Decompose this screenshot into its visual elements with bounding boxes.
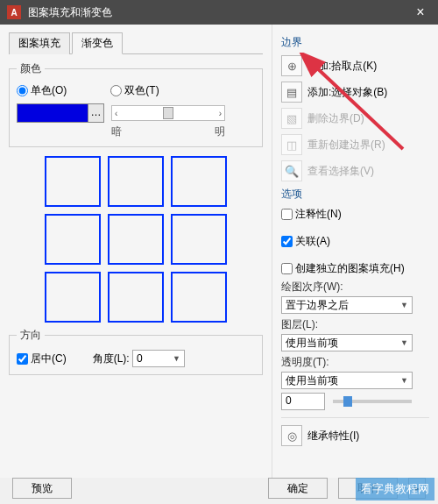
transparency-label: 透明度(T):	[281, 355, 429, 370]
preset-1[interactable]	[45, 156, 101, 207]
window-title: 图案填充和渐变色	[28, 5, 112, 20]
preset-7[interactable]	[45, 272, 101, 323]
slider-left-icon[interactable]: ‹	[115, 109, 117, 118]
app-icon: A	[7, 5, 21, 19]
slider-thumb[interactable]	[163, 107, 173, 119]
preset-9[interactable]	[171, 272, 227, 323]
layer-select[interactable]: 使用当前项▼	[281, 334, 413, 351]
preset-8[interactable]	[108, 272, 164, 323]
boundary-title: 边界	[281, 35, 429, 50]
select-object-button[interactable]: ▤	[281, 82, 302, 103]
draworder-label: 绘图次序(W):	[281, 280, 429, 295]
preset-6[interactable]	[171, 214, 227, 265]
chevron-down-icon: ▼	[400, 338, 408, 347]
direction-legend: 方向	[17, 328, 45, 343]
gradient-preset-grid	[9, 156, 263, 323]
preview-button[interactable]: 预览	[12, 478, 72, 499]
remove-boundary-button: ▧	[281, 108, 302, 129]
transparency-value[interactable]: 0	[281, 393, 325, 410]
shade-light-label: 明	[215, 124, 225, 139]
options-title: 选项	[281, 187, 429, 202]
draworder-select[interactable]: 置于边界之后▼	[281, 296, 413, 314]
shade-slider[interactable]: ‹ ›	[111, 105, 225, 121]
color-group: 颜色 单色(O) 双色(T) … ‹ › 暗 明	[9, 61, 263, 147]
recreate-boundary-label: 重新创建边界(R)	[307, 138, 385, 153]
annotative-checkbox[interactable]: 注释性(N)	[281, 207, 429, 222]
tab-gradient[interactable]: 渐变色	[72, 32, 123, 54]
watermark: 看字典教程网	[356, 478, 434, 500]
preset-3[interactable]	[171, 156, 227, 207]
chevron-down-icon: ▼	[400, 376, 408, 385]
pick-point-button[interactable]: ⊕	[281, 55, 302, 76]
view-selection-button: 🔍	[281, 160, 302, 181]
ok-button[interactable]: 确定	[268, 478, 328, 499]
color-legend: 颜色	[17, 61, 45, 76]
chevron-down-icon: ▼	[173, 354, 180, 363]
direction-group: 方向 居中(C) 角度(L): 0▼	[9, 328, 263, 375]
inherit-props-button[interactable]: ◎	[281, 425, 302, 446]
titlebar: A 图案填充和渐变色 ×	[0, 0, 438, 25]
shade-dark-label: 暗	[111, 124, 122, 139]
chevron-down-icon: ▼	[400, 301, 408, 309]
transparency-slider[interactable]	[333, 400, 412, 403]
transparency-select[interactable]: 使用当前项▼	[281, 372, 413, 389]
preset-2[interactable]	[108, 156, 164, 207]
angle-select[interactable]: 0▼	[132, 350, 185, 367]
separate-hatch-checkbox[interactable]: 创建独立的图案填充(H)	[281, 261, 429, 276]
preset-4[interactable]	[45, 214, 101, 265]
angle-label: 角度(L):	[93, 352, 130, 365]
radio-one-color[interactable]: 单色(O)	[17, 83, 67, 98]
remove-boundary-label: 删除边界(D)	[307, 111, 364, 126]
tab-hatch[interactable]: 图案填充	[9, 32, 70, 54]
pick-point-label: 添加:拾取点(K)	[307, 59, 377, 74]
view-selection-label: 查看选择集(V)	[307, 164, 374, 179]
slider-right-icon[interactable]: ›	[219, 109, 222, 118]
inherit-props-label: 继承特性(I)	[307, 429, 359, 444]
color-swatch[interactable]: …	[17, 103, 104, 123]
preset-5[interactable]	[108, 214, 164, 265]
recreate-boundary-button: ◫	[281, 134, 302, 155]
select-object-label: 添加:选择对象(B)	[307, 85, 387, 100]
associative-checkbox[interactable]: 关联(A)	[281, 234, 429, 249]
layer-label: 图层(L):	[281, 317, 429, 332]
color-picker-button[interactable]: …	[88, 104, 103, 122]
radio-two-color[interactable]: 双色(T)	[110, 83, 159, 98]
center-checkbox[interactable]: 居中(C)	[17, 351, 67, 366]
close-button[interactable]: ×	[403, 0, 438, 25]
tab-bar: 图案填充 渐变色	[9, 32, 263, 54]
